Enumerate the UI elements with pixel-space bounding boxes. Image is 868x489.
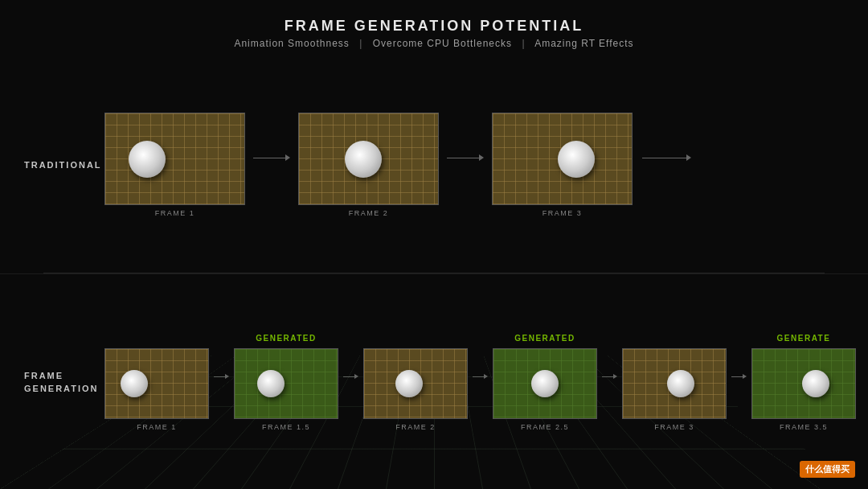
watermark: 什么值得买: [800, 461, 855, 478]
subtitle: Animation Smoothness | Overcome CPU Bott…: [0, 38, 868, 49]
fg-frame-thumb-1-5: [234, 348, 338, 419]
subtitle-part2: Overcome CPU Bottlenecks: [373, 38, 512, 49]
traditional-frame-thumb-1: [104, 113, 245, 205]
separator2: |: [522, 38, 525, 49]
arrowhead: [686, 154, 691, 161]
ball: [121, 370, 148, 397]
arrow-3: [642, 154, 691, 175]
traditional-frame-2: FRAME 2: [298, 113, 439, 217]
header: FRAME GENERATION POTENTIAL Animation Smo…: [0, 0, 868, 57]
traditional-frame-thumb-3: [492, 113, 633, 205]
traditional-section: TRADITIONAL FRAME 1 FR: [0, 57, 868, 273]
fg-frame-thumb-3: [622, 348, 727, 419]
ball: [667, 370, 694, 397]
frame-label-3: FRAME 3: [542, 209, 583, 217]
fg-frame-thumb-3-5: [751, 348, 856, 419]
ball: [129, 141, 166, 178]
traditional-frames-row: FRAME 1 FRAME 2: [104, 113, 844, 217]
main-title: FRAME GENERATION POTENTIAL: [0, 18, 868, 35]
traditional-label: TRADITIONAL: [24, 158, 104, 172]
arrow-line: [447, 158, 479, 158]
arrow-1: [253, 154, 290, 175]
traditional-frame-3: FRAME 3: [492, 113, 633, 217]
fg-frame-2-5: GENERATED FRAME 2.5: [493, 334, 597, 431]
fg-frame-thumb-1: [104, 348, 209, 419]
traditional-frame-1: FRAME 1: [104, 113, 245, 217]
subtitle-part3: Amazing RT Effects: [534, 38, 633, 49]
ball: [531, 370, 559, 397]
frame-label-1: FRAME 1: [155, 209, 195, 217]
arrow-2: [447, 154, 484, 175]
arrowhead: [479, 154, 484, 161]
ball: [802, 370, 829, 397]
fg-frame-2: FRAME 2: [363, 334, 468, 431]
fg-frame-1-5: GENERATED FRAME 1.5: [234, 334, 338, 431]
separator1: |: [359, 38, 362, 49]
arrowhead: [285, 154, 290, 161]
fg-frame-3: FRAME 3: [622, 334, 727, 431]
frame-label-2: FRAME 2: [349, 209, 389, 217]
subtitle-part1: Animation Smoothness: [234, 38, 349, 49]
fg-frame-thumb-2-5: [493, 348, 597, 419]
arrow-line: [253, 158, 285, 158]
grid-bg-green: [235, 349, 338, 418]
ball: [257, 370, 285, 397]
fg-frame-3-5: GENERATE FRAME 3.5: [751, 334, 856, 431]
fg-frame-thumb-2: [363, 348, 468, 419]
ball: [345, 141, 382, 178]
grid-bg: [105, 113, 244, 204]
arrow-line: [642, 158, 686, 158]
ball: [395, 370, 423, 397]
traditional-frame-thumb-2: [298, 113, 439, 205]
ball: [558, 141, 595, 178]
fg-frame-1: FRAME 1: [104, 334, 209, 431]
